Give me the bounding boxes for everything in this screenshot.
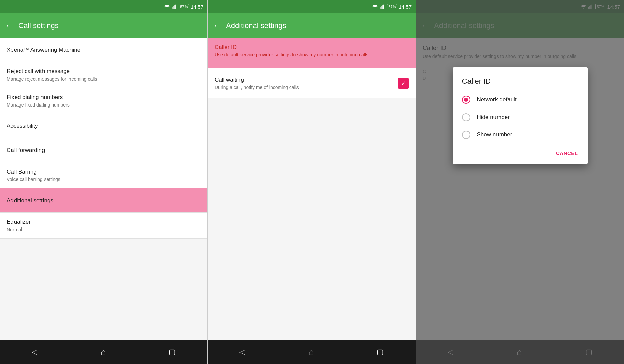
app-bar-title-1: Call settings <box>18 21 59 30</box>
list-item-xperia-title: Xperia™ Answering Machine <box>7 47 201 53</box>
status-icons-2: 57% 14:57 <box>372 4 412 10</box>
app-bar-2: ← Additional settings <box>208 13 416 38</box>
panel-caller-id-dialog: 57% 14:57 ← Additional settings Caller I… <box>416 0 624 364</box>
call-waiting-checkbox[interactable]: ✓ <box>398 78 409 89</box>
svg-rect-4 <box>380 7 381 9</box>
caller-id-subtitle: Use default service provider settings to… <box>215 52 409 57</box>
list-item-fixed-title: Fixed dialing numbers <box>7 94 201 101</box>
nav-recent-1[interactable]: ▢ <box>169 347 176 356</box>
radio-hide-label: Hide number <box>477 114 510 121</box>
caller-id-dialog: Caller ID Network default Hide number Sh… <box>453 67 588 164</box>
list-item-fixed[interactable]: Fixed dialing numbers Manage fixed diali… <box>0 88 207 114</box>
battery-1: 57% <box>179 4 189 9</box>
status-bar-2: 57% 14:57 <box>208 0 416 13</box>
list-item-equalizer-subtitle: Normal <box>7 227 201 232</box>
list-item-forwarding-title: Call forwarding <box>7 147 201 154</box>
list-item-reject-title: Reject call with message <box>7 68 201 75</box>
back-button-2[interactable]: ← <box>213 21 221 30</box>
radio-option-show[interactable]: Show number <box>453 126 588 144</box>
status-icons-1: 57% 14:57 <box>164 4 203 10</box>
svg-rect-2 <box>174 5 175 9</box>
list-item-reject-subtitle: Manage reject messages for incoming call… <box>7 76 201 82</box>
list-item-additional[interactable]: Additional settings <box>0 188 207 213</box>
content-area-2 <box>208 98 416 340</box>
app-bar-1: ← Call settings <box>0 13 207 38</box>
panel-call-settings: 57% 14:57 ← Call settings Xperia™ Answer… <box>0 0 208 364</box>
list-item-equalizer[interactable]: Equalizer Normal <box>0 213 207 239</box>
list-item-accessibility-title: Accessibility <box>7 123 201 129</box>
nav-back-2[interactable]: ◁ <box>239 347 245 356</box>
nav-recent-2[interactable]: ▢ <box>377 347 384 356</box>
radio-show-circle <box>462 131 470 139</box>
battery-2: 57% <box>387 4 397 9</box>
radio-network-circle <box>462 96 470 104</box>
wifi-icon-1 <box>164 4 170 9</box>
time-1: 14:57 <box>191 4 203 10</box>
back-button-1[interactable]: ← <box>5 21 13 30</box>
svg-rect-6 <box>382 5 383 9</box>
list-item-barring-subtitle: Voice call barring settings <box>7 177 201 182</box>
status-bar-1: 57% 14:57 <box>0 0 207 13</box>
panel-additional-settings: 57% 14:57 ← Additional settings Caller I… <box>208 0 416 364</box>
call-waiting-item[interactable]: Call waiting During a call, notify me of… <box>208 68 416 98</box>
call-waiting-title: Call waiting <box>215 77 398 83</box>
nav-home-1[interactable]: ⌂ <box>101 347 106 357</box>
svg-rect-7 <box>383 5 384 9</box>
list-item-forwarding[interactable]: Call forwarding <box>0 138 207 162</box>
radio-show-label: Show number <box>477 131 512 138</box>
list-item-equalizer-title: Equalizer <box>7 219 201 225</box>
list-item-accessibility[interactable]: Accessibility <box>0 114 207 138</box>
nav-bar-1: ◁ ⌂ ▢ <box>0 340 207 364</box>
list-item-xperia[interactable]: Xperia™ Answering Machine <box>0 38 207 62</box>
signal-icon-1 <box>172 4 177 9</box>
svg-rect-5 <box>381 6 382 9</box>
nav-back-1[interactable]: ◁ <box>32 347 37 356</box>
svg-rect-3 <box>175 5 176 9</box>
call-waiting-subtitle: During a call, notify me of incoming cal… <box>215 85 398 90</box>
settings-list-1: Xperia™ Answering Machine Reject call wi… <box>0 38 207 340</box>
dialog-cancel-button[interactable]: CANCEL <box>552 148 582 159</box>
call-waiting-text: Call waiting During a call, notify me of… <box>215 77 398 90</box>
signal-icon-2 <box>380 4 385 9</box>
svg-rect-1 <box>173 6 174 9</box>
check-icon: ✓ <box>401 80 406 87</box>
radio-network-label: Network default <box>477 96 517 103</box>
radio-option-network[interactable]: Network default <box>453 91 588 109</box>
nav-home-2[interactable]: ⌂ <box>308 347 314 357</box>
nav-bar-2: ◁ ⌂ ▢ <box>208 340 416 364</box>
radio-hide-circle <box>462 113 470 121</box>
list-item-barring-title: Call Barring <box>7 169 201 175</box>
caller-id-item[interactable]: Caller ID Use default service provider s… <box>208 38 416 68</box>
list-item-barring[interactable]: Call Barring Voice call barring settings <box>0 162 207 188</box>
dim-overlay: Caller ID Network default Hide number Sh… <box>416 0 624 364</box>
radio-option-hide[interactable]: Hide number <box>453 109 588 126</box>
list-item-reject[interactable]: Reject call with message Manage reject m… <box>0 62 207 88</box>
caller-id-title: Caller ID <box>215 44 409 51</box>
dialog-title: Caller ID <box>453 67 588 91</box>
dialog-actions: CANCEL <box>453 144 588 164</box>
time-2: 14:57 <box>399 4 412 10</box>
app-bar-title-2: Additional settings <box>226 21 286 30</box>
list-item-additional-title: Additional settings <box>7 197 201 204</box>
list-item-fixed-subtitle: Manage fixed dialing numbers <box>7 102 201 108</box>
svg-rect-0 <box>172 7 173 9</box>
wifi-icon-2 <box>372 4 378 9</box>
